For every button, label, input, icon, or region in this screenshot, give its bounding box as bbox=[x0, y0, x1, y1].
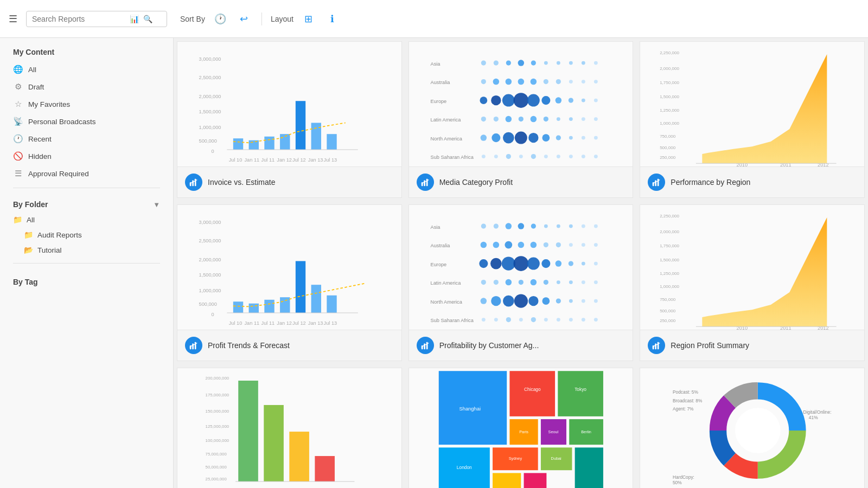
svg-text:Latin America: Latin America bbox=[430, 280, 461, 286]
chevron-down-icon: ▼ bbox=[153, 201, 160, 209]
svg-point-88 bbox=[569, 155, 573, 158]
sidebar-item-hidden[interactable]: 🚫 Hidden bbox=[0, 147, 173, 165]
svg-point-35 bbox=[531, 61, 535, 66]
report-footer-region-profit: Region Profit Summary bbox=[640, 330, 864, 361]
svg-point-50 bbox=[594, 80, 598, 84]
svg-text:Sub Saharan Africa: Sub Saharan Africa bbox=[430, 318, 474, 323]
svg-text:100,000,000: 100,000,000 bbox=[206, 438, 229, 443]
report-card-perf-region-top[interactable]: 2,250,000 2,000,000 1,750,000 1,500,000 … bbox=[640, 41, 865, 198]
report-card-profitability[interactable]: Asia Australia Europe Latin America Nort… bbox=[409, 204, 634, 361]
svg-point-65 bbox=[530, 116, 537, 123]
hamburger-icon[interactable]: ☰ bbox=[9, 13, 17, 25]
sort-by-button[interactable]: 🕐 bbox=[212, 10, 229, 28]
svg-text:0: 0 bbox=[212, 312, 214, 317]
svg-point-166 bbox=[527, 258, 539, 270]
report-card-profit-trends[interactable]: 3,000,000 2,500,000 2,000,000 1,500,000 … bbox=[177, 204, 402, 361]
svg-point-200 bbox=[582, 318, 585, 322]
svg-point-53 bbox=[502, 94, 514, 107]
svg-point-198 bbox=[557, 318, 560, 322]
by-folder-header[interactable]: By Folder ▼ bbox=[0, 194, 173, 212]
folder-audit-label: Audit Reports bbox=[37, 231, 82, 239]
svg-text:Latin America: Latin America bbox=[430, 117, 461, 123]
sidebar-item-approval[interactable]: ☰ Approval Required bbox=[0, 165, 173, 182]
report-icon-region-profit bbox=[648, 337, 665, 354]
report-card-region-profit[interactable]: 2,250,000 2,000,000 1,750,000 1,500,000 … bbox=[640, 204, 865, 361]
svg-point-79 bbox=[582, 136, 585, 140]
svg-text:Shanghai: Shanghai bbox=[459, 406, 481, 412]
sidebar-item-recent-label: Recent bbox=[28, 135, 52, 143]
svg-rect-135 bbox=[195, 342, 196, 350]
svg-point-46 bbox=[543, 79, 548, 84]
svg-point-60 bbox=[594, 99, 598, 102]
folder-tutorial[interactable]: 📂 Tutorial bbox=[0, 242, 173, 258]
folder-icon-audit: 📁 bbox=[24, 230, 33, 239]
svg-text:2011: 2011 bbox=[780, 325, 791, 330]
report-card-media-profit[interactable]: Asia Australia Europe Latin America Nort… bbox=[409, 41, 634, 198]
svg-text:North America: North America bbox=[430, 136, 462, 142]
search-icon[interactable]: 🔍 bbox=[143, 15, 152, 23]
svg-point-188 bbox=[556, 299, 560, 304]
svg-point-186 bbox=[528, 296, 538, 306]
svg-point-78 bbox=[569, 136, 573, 140]
sidebar-item-all[interactable]: 🌐 All bbox=[0, 61, 173, 78]
svg-point-158 bbox=[556, 242, 560, 247]
svg-text:Jul 10: Jul 10 bbox=[229, 157, 242, 163]
svg-text:2,000,000: 2,000,000 bbox=[199, 257, 221, 262]
svg-text:175,000,000: 175,000,000 bbox=[206, 393, 229, 397]
report-card-perf-region-bot[interactable]: 200,000,000 175,000,000 150,000,000 125,… bbox=[177, 368, 402, 488]
sidebar: My Content 🌐 All ⚙ Draft ☆ My Favorites … bbox=[0, 38, 174, 488]
svg-point-45 bbox=[530, 79, 537, 85]
sidebar-item-recent[interactable]: 🕐 Recent bbox=[0, 130, 173, 147]
report-card-invoice[interactable]: 3,000,000 2,500,000 2,000,000 1,500,000 … bbox=[177, 41, 402, 198]
svg-marker-103 bbox=[703, 54, 827, 163]
svg-text:500,000: 500,000 bbox=[660, 309, 676, 313]
undo-button[interactable]: ↩ bbox=[235, 10, 253, 28]
sidebar-item-broadcasts[interactable]: 📡 Personal Broadcasts bbox=[0, 113, 173, 130]
svg-point-177 bbox=[543, 280, 548, 285]
svg-point-36 bbox=[544, 61, 548, 65]
svg-point-62 bbox=[493, 117, 498, 121]
folder-all[interactable]: 📁 All bbox=[0, 212, 173, 227]
svg-point-31 bbox=[481, 61, 486, 66]
broadcast-icon: 📡 bbox=[13, 117, 23, 126]
report-card-revenue-media[interactable]: Podcast: 5% Broadcast: 8% Agent: 7% Digi… bbox=[640, 368, 865, 488]
svg-point-175 bbox=[518, 280, 523, 285]
svg-point-80 bbox=[594, 136, 598, 140]
svg-text:2,250,000: 2,250,000 bbox=[660, 214, 679, 219]
svg-text:Jul 10: Jul 10 bbox=[229, 320, 242, 326]
svg-text:Europe: Europe bbox=[430, 262, 446, 267]
layout-grid-button[interactable]: ⊞ bbox=[300, 10, 317, 28]
svg-text:1,500,000: 1,500,000 bbox=[199, 272, 221, 278]
report-card-revenue-campaign[interactable]: Shanghai Chicago Tokyo Paris Seoul Berli… bbox=[409, 368, 634, 488]
folder-audit[interactable]: 📁 Audit Reports bbox=[0, 227, 173, 242]
svg-text:Jan 11: Jan 11 bbox=[245, 320, 260, 326]
svg-text:41%: 41% bbox=[809, 415, 818, 420]
svg-point-76 bbox=[542, 134, 550, 142]
svg-text:2,500,000: 2,500,000 bbox=[199, 75, 221, 80]
svg-text:750,000: 750,000 bbox=[660, 297, 676, 302]
svg-text:1,750,000: 1,750,000 bbox=[660, 243, 679, 248]
svg-point-189 bbox=[569, 299, 573, 303]
svg-rect-248 bbox=[524, 473, 546, 488]
report-thumb-revenue-media: Podcast: 5% Broadcast: 8% Agent: 7% Digi… bbox=[640, 368, 864, 488]
toolbar: Sort By 🕐 ↩ Layout ⊞ ℹ bbox=[180, 10, 341, 28]
svg-text:Europe: Europe bbox=[430, 99, 446, 104]
my-content-title: My Content bbox=[0, 38, 173, 61]
info-button[interactable]: ℹ bbox=[324, 10, 341, 28]
by-folder-title: By Folder bbox=[13, 200, 48, 209]
recent-icon: 🕐 bbox=[13, 134, 23, 144]
search-input[interactable] bbox=[32, 15, 130, 23]
layout-label: Layout bbox=[271, 15, 293, 23]
svg-point-64 bbox=[518, 117, 523, 121]
svg-point-72 bbox=[492, 133, 500, 142]
svg-text:1,500,000: 1,500,000 bbox=[660, 94, 679, 99]
svg-point-39 bbox=[582, 61, 585, 65]
svg-point-191 bbox=[594, 299, 598, 303]
sidebar-item-favorites[interactable]: ☆ My Favorites bbox=[0, 95, 173, 113]
svg-point-196 bbox=[531, 317, 535, 322]
svg-rect-247 bbox=[493, 473, 521, 488]
sidebar-item-hidden-label: Hidden bbox=[28, 152, 52, 160]
report-icon-invoice bbox=[185, 174, 202, 191]
svg-point-153 bbox=[493, 242, 499, 248]
sidebar-item-draft[interactable]: ⚙ Draft bbox=[0, 78, 173, 95]
